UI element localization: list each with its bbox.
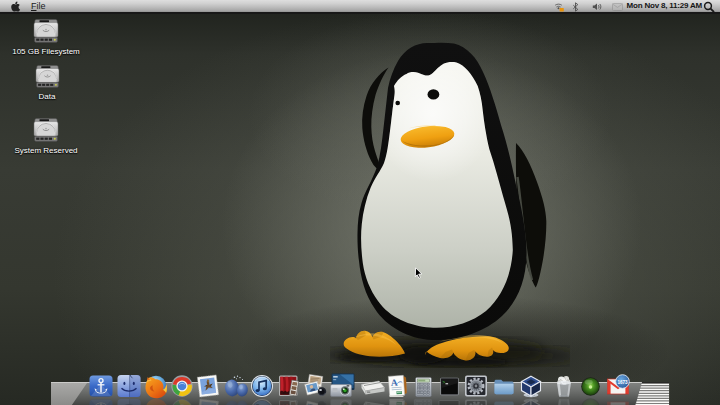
svg-text:1673: 1673: [617, 379, 628, 384]
